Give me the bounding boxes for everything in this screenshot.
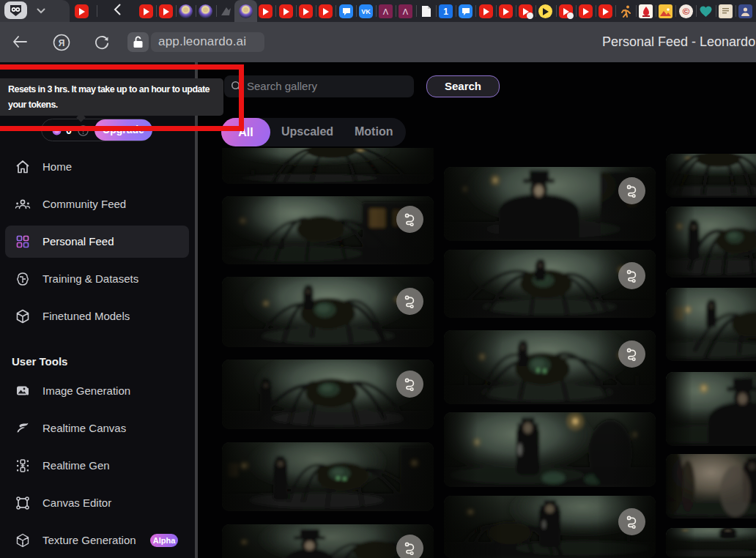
svg-text:Я: Я	[59, 38, 65, 48]
